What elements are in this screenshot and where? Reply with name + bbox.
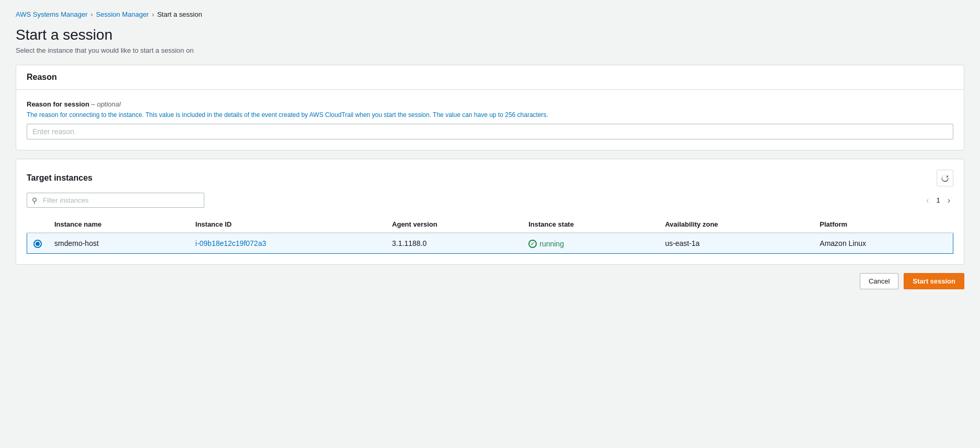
breadcrumb-session-manager[interactable]: Session Manager	[96, 10, 149, 18]
table-header-row: Instance name Instance ID Agent version …	[27, 216, 953, 233]
section-header-row: Target instances	[27, 170, 953, 186]
breadcrumb: AWS Systems Manager › Session Manager › …	[16, 10, 964, 18]
instance-id-link[interactable]: i-09b18e12c19f072a3	[195, 239, 266, 247]
start-session-button[interactable]: Start session	[904, 273, 964, 289]
table-body: smdemo-host i-09b18e12c19f072a3 3.1.1188…	[27, 233, 953, 254]
cell-platform: Amazon Linux	[813, 233, 953, 254]
reason-label: Reason for session – optional	[27, 100, 953, 108]
col-instance-name: Instance name	[48, 216, 189, 233]
table-header: Instance name Instance ID Agent version …	[27, 216, 953, 233]
target-instances-card: Target instances ⚲ ‹ 1 ›	[16, 159, 964, 265]
col-select	[27, 216, 49, 233]
reason-card-header: Reason	[16, 65, 964, 90]
pagination-prev-button[interactable]: ‹	[923, 195, 932, 206]
breadcrumb-separator-1: ›	[91, 11, 93, 18]
page-container: AWS Systems Manager › Session Manager › …	[0, 0, 980, 300]
cell-instance-state: running	[522, 233, 659, 254]
breadcrumb-separator-2: ›	[152, 11, 154, 18]
reason-description: The reason for connecting to the instanc…	[27, 110, 953, 120]
col-platform: Platform	[813, 216, 953, 233]
target-instances-title: Target instances	[27, 173, 93, 183]
col-instance-id: Instance ID	[189, 216, 386, 233]
filter-row: ⚲ ‹ 1 ›	[27, 193, 953, 208]
filter-input-wrapper: ⚲	[27, 193, 204, 208]
refresh-icon	[941, 174, 949, 182]
cell-availability-zone: us-east-1a	[659, 233, 813, 254]
col-availability-zone: Availability zone	[659, 216, 813, 233]
footer-actions: Cancel Start session	[16, 273, 964, 289]
cell-agent-version: 3.1.1188.0	[386, 233, 522, 254]
status-text: running	[539, 240, 564, 248]
reason-input[interactable]	[27, 124, 953, 139]
cancel-button[interactable]: Cancel	[860, 273, 898, 289]
status-badge: running	[528, 240, 564, 248]
pagination-controls: ‹ 1 ›	[923, 195, 953, 206]
breadcrumb-systems-manager[interactable]: AWS Systems Manager	[16, 10, 88, 18]
reason-card: Reason Reason for session – optional The…	[16, 65, 964, 150]
reason-card-body: Reason for session – optional The reason…	[16, 90, 964, 150]
cell-instance-name: smdemo-host	[48, 233, 189, 254]
table-row[interactable]: smdemo-host i-09b18e12c19f072a3 3.1.1188…	[27, 233, 953, 254]
cell-instance-id: i-09b18e12c19f072a3	[189, 233, 386, 254]
refresh-button[interactable]	[937, 170, 953, 186]
running-icon	[528, 240, 537, 248]
radio-button[interactable]	[33, 240, 42, 248]
reason-label-optional: – optional	[91, 100, 121, 108]
target-instances-body: Target instances ⚲ ‹ 1 ›	[16, 159, 964, 264]
breadcrumb-current: Start a session	[157, 10, 202, 18]
filter-input[interactable]	[27, 193, 204, 208]
pagination-next-button[interactable]: ›	[944, 195, 953, 206]
col-instance-state: Instance state	[522, 216, 659, 233]
search-icon: ⚲	[32, 196, 37, 205]
page-title: Start a session	[16, 27, 964, 43]
row-select-cell[interactable]	[27, 233, 49, 254]
page-subtitle: Select the instance that you would like …	[16, 46, 964, 54]
instances-table: Instance name Instance ID Agent version …	[27, 216, 953, 254]
pagination-current: 1	[936, 196, 940, 204]
col-agent-version: Agent version	[386, 216, 522, 233]
